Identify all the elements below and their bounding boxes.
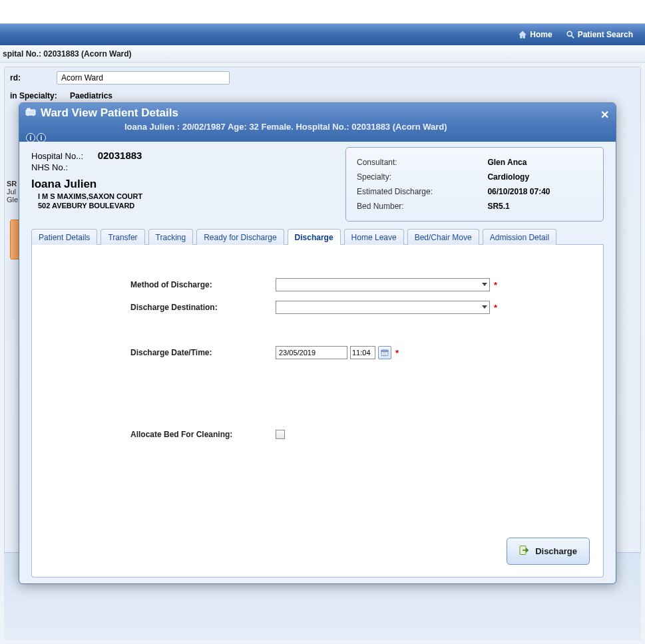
datetime-label: Discharge Date/Time: <box>130 348 276 357</box>
tab-admission-detail[interactable]: Admission Detail <box>483 229 556 245</box>
address-line1: I M S MAXIMS,SAXON COURT <box>38 192 339 200</box>
tab-patient-details[interactable]: Patient Details <box>31 229 97 245</box>
nav-home[interactable]: Home <box>511 27 558 42</box>
specialty-value: Paediatrics <box>70 91 112 100</box>
est-discharge-value: 06/10/2018 07:40 <box>486 185 594 198</box>
method-label: Method of Discharge: <box>130 280 276 289</box>
nhs-no-label: NHS No.: <box>31 162 68 172</box>
nav-home-label: Home <box>530 30 552 39</box>
info-icon[interactable]: i <box>26 133 35 142</box>
discharge-button[interactable]: Discharge <box>507 538 590 565</box>
allocate-bed-checkbox[interactable] <box>276 430 285 439</box>
calendar-button[interactable] <box>378 346 391 359</box>
address-line2: 502 AVEBURY BOULEVARD <box>38 202 339 210</box>
dialog-subtitle: Ioana Julien : 20/02/1987 Age: 32 Female… <box>124 122 608 132</box>
required-marker: * <box>494 303 497 313</box>
close-icon[interactable]: ✕ <box>600 108 609 121</box>
dialog-icon <box>25 106 37 120</box>
tab-tracking[interactable]: Tracking <box>148 229 194 245</box>
tab-bed-chair-move[interactable]: Bed/Chair Move <box>407 229 479 245</box>
bed-number-value: SR5.1 <box>486 200 594 213</box>
svg-line-1 <box>571 36 574 39</box>
consultant-value: Glen Anca <box>486 156 594 169</box>
specialty-value: Cardiology <box>486 170 594 184</box>
discharge-icon <box>519 545 530 558</box>
tab-ready-for-discharge[interactable]: Ready for Discharge <box>196 229 284 245</box>
svg-rect-3 <box>27 108 30 110</box>
patient-info-left: Hospital No..: 02031883 NHS No.: Ioana J… <box>31 147 339 222</box>
hospital-no-value: 02031883 <box>98 150 142 161</box>
tab-home-leave[interactable]: Home Leave <box>344 229 404 245</box>
svg-point-4 <box>27 114 29 116</box>
info-icon-2[interactable]: i <box>37 133 46 142</box>
tab-transfer[interactable]: Transfer <box>101 229 144 245</box>
method-of-discharge-combo[interactable] <box>276 278 490 291</box>
search-icon <box>566 30 575 39</box>
svg-rect-7 <box>381 350 388 351</box>
home-icon <box>518 30 527 39</box>
required-marker: * <box>395 348 399 358</box>
calendar-icon <box>381 349 389 357</box>
top-nav: Home Patient Search <box>0 24 645 45</box>
dialog-title: Ward View Patient Details <box>41 106 178 120</box>
required-marker: * <box>494 280 497 290</box>
allocate-label: Allocate Bed For Cleaning: <box>130 430 276 439</box>
ward-input[interactable] <box>57 71 230 84</box>
svg-point-0 <box>567 31 572 36</box>
ward-label: rd: <box>10 73 57 82</box>
nav-search-label: Patient Search <box>578 30 633 39</box>
nav-patient-search[interactable]: Patient Search <box>559 27 640 42</box>
tab-strip: Patient Details Transfer Tracking Ready … <box>31 228 604 245</box>
ward-view-dialog: Ward View Patient Details Ioana Julien :… <box>19 102 616 584</box>
breadcrumb: spital No.: 02031883 (Acorn Ward) <box>0 45 645 63</box>
dialog-header: Ward View Patient Details Ioana Julien :… <box>19 103 616 142</box>
patient-name: Ioana Julien <box>31 178 339 191</box>
tab-discharge[interactable]: Discharge <box>288 229 341 245</box>
hospital-no-label: Hospital No..: <box>31 151 83 161</box>
breadcrumb-text: spital No.: 02031883 (Acorn Ward) <box>3 49 132 59</box>
side-sliver: SR Jul Gle <box>7 180 18 204</box>
episode-summary-box: Consultant:Glen Anca Specialty:Cardiolog… <box>345 147 604 222</box>
discharge-destination-combo[interactable] <box>276 301 490 314</box>
discharge-date-input[interactable] <box>276 346 347 359</box>
svg-point-5 <box>33 114 34 116</box>
discharge-time-input[interactable] <box>350 346 375 359</box>
discharge-button-label: Discharge <box>535 546 577 556</box>
destination-label: Discharge Destination: <box>130 303 276 312</box>
menu-bar <box>0 0 645 24</box>
discharge-form: Method of Discharge: * Discharge Destina… <box>31 245 604 577</box>
specialty-label: in Specialty: <box>10 91 70 100</box>
